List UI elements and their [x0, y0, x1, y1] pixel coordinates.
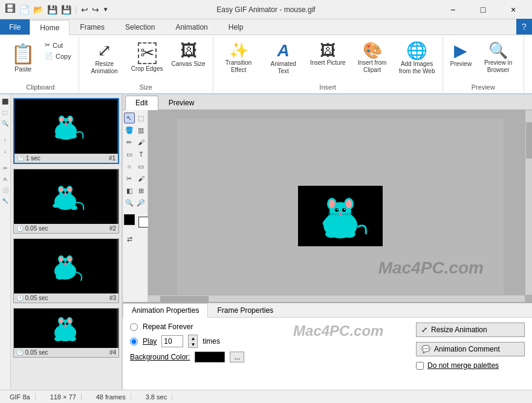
canvas-size-button[interactable]: 🖼 Canvas Size	[168, 40, 209, 70]
eraser-tool[interactable]: ▭	[136, 161, 147, 172]
clone-tool[interactable]: ✂	[124, 173, 135, 184]
animation-comment-icon: 💬	[421, 345, 430, 353]
toolbar-icon-7[interactable]: 🔧	[1, 196, 10, 206]
insert-clipart-button[interactable]: 🎨 Insert from Clipart	[351, 40, 394, 76]
copy-button[interactable]: 📄 Copy	[41, 51, 75, 61]
horizontal-scrollbar[interactable]	[148, 295, 525, 302]
properties-panel: Animation Properties Frame Properties Re…	[123, 302, 532, 390]
toolbar-icon-6[interactable]: ⬜	[1, 185, 10, 195]
tab-edit[interactable]: Edit	[125, 96, 158, 110]
zoom-in-tool[interactable]: 🔍	[124, 197, 135, 208]
svg-point-17	[62, 191, 65, 194]
play-times-input[interactable]	[161, 335, 183, 347]
ribbon-insert-section: ✨ Transition Effect A Animated Text 🖼 In…	[213, 36, 443, 93]
spinner-down[interactable]: ▼	[189, 341, 197, 347]
paste-button[interactable]: 📋 Paste	[6, 40, 40, 75]
new-icon[interactable]: 📄	[19, 5, 30, 15]
repeat-forever-radio[interactable]	[130, 323, 138, 331]
swap-colors[interactable]: ⇄	[124, 234, 146, 244]
canvas-viewport[interactable]: Mac4PC.com	[148, 110, 532, 302]
preview-browser-button[interactable]: 🔍 Preview in Browser	[476, 40, 520, 76]
frame-item-3[interactable]: 🕐 0.05 sec #3	[13, 238, 119, 303]
tab-home[interactable]: Home	[30, 20, 70, 35]
preview-button[interactable]: ▶ Preview	[447, 40, 476, 70]
tab-frames[interactable]: Frames	[70, 19, 115, 34]
fill-tool[interactable]: 🪣	[124, 125, 135, 136]
animated-text-button[interactable]: A Animated Text	[262, 40, 305, 77]
resize-animation-button[interactable]: ⤢ Resize Animation	[83, 40, 126, 77]
marquee-tool[interactable]: ⬚	[136, 113, 147, 123]
toolbar-icon-4[interactable]: ✂	[1, 163, 10, 173]
crop-edges-button[interactable]: ✂ Crop Edges	[128, 40, 167, 75]
add-images-web-button[interactable]: 🌐 Add Images from the Web	[395, 40, 439, 77]
play-times-spinner: ▲ ▼	[188, 335, 198, 348]
status-time: 3.8 sec	[141, 393, 172, 401]
do-not-merge-row: Do not merge palettes	[416, 361, 525, 370]
brush-tool[interactable]: 🖌	[136, 137, 147, 148]
frame-item-4[interactable]: 🕐 0.05 sec #4	[13, 308, 119, 358]
tab-preview[interactable]: Preview	[158, 96, 205, 110]
ribbon-tabs: File Home Frames Selection Animation Hel…	[0, 19, 532, 35]
transition-button[interactable]: ✨ Transition Effect	[217, 40, 261, 76]
toolbar-down-icon[interactable]: ↓	[1, 146, 10, 156]
vertical-scrollbar[interactable]	[525, 110, 532, 295]
frame-2-number: #2	[109, 225, 116, 232]
prop-content: Repeat Forever Play ▲ ▼ times Background	[123, 318, 532, 390]
save-icon[interactable]: 💾	[47, 5, 57, 15]
frame-item-2[interactable]: 🕐 0.05 sec #2	[13, 169, 119, 234]
toolbar-icon-2[interactable]: ⬚	[1, 108, 10, 117]
foreground-color[interactable]	[124, 214, 135, 225]
transition-label: Transition Effect	[221, 59, 257, 74]
dropdown-icon[interactable]: ▼	[103, 6, 109, 13]
redo-icon[interactable]: ↪	[92, 5, 99, 15]
insert-label: Insert	[217, 82, 439, 93]
toolbar-icon-1[interactable]: ⬛	[1, 97, 10, 106]
recolor-tool[interactable]: 🖌	[136, 173, 147, 184]
undo-icon[interactable]: ↩	[81, 5, 88, 15]
bg-color-swatch[interactable]	[195, 352, 225, 362]
pencil-tool[interactable]: ✏	[124, 137, 135, 148]
tab-animation[interactable]: Animation	[165, 19, 218, 34]
zoom-out-tool[interactable]: 🔎	[136, 197, 147, 208]
rect-tool[interactable]: ▭	[124, 149, 135, 160]
swap-colors-btn[interactable]: ⇄	[124, 234, 135, 244]
stamp-tool[interactable]: ◧	[124, 185, 135, 196]
pattern-tool[interactable]: ⊞	[136, 185, 147, 196]
toolbar-up-icon[interactable]: ↑	[1, 136, 10, 145]
toolbar-icon-5[interactable]: A	[1, 174, 10, 184]
background-color[interactable]	[138, 217, 149, 228]
frame-item-1[interactable]: 🕐 1 sec #1	[13, 98, 119, 164]
play-radio[interactable]	[130, 338, 138, 346]
svg-point-39	[62, 323, 65, 325]
toolbar-icon-3[interactable]: 🔍	[1, 119, 10, 128]
paste-label: Paste	[15, 65, 31, 73]
frame-panel: 🕐 1 sec #1	[11, 94, 123, 390]
tab-help[interactable]: Help	[218, 19, 254, 34]
tab-frame-props[interactable]: Frame Properties	[208, 303, 282, 317]
bg-color-more-btn[interactable]: ...	[230, 352, 244, 362]
close-button[interactable]: ×	[499, 0, 527, 19]
animation-comment-button[interactable]: 💬 Animation Comment	[416, 342, 525, 356]
open-icon[interactable]: 📂	[33, 5, 44, 15]
left-toolbar: ⬛ ⬚ 🔍 ↑ ↓ ✂ A ⬜ 🔧	[0, 94, 11, 390]
select-tool[interactable]: ↖	[124, 113, 135, 123]
minimize-button[interactable]: −	[439, 0, 467, 19]
tab-selection[interactable]: Selection	[115, 19, 165, 34]
create-video-button[interactable]: 🎬 Create from Video	[528, 40, 532, 76]
help-icon[interactable]: ?	[516, 19, 532, 34]
title-bar: 🎞 📄 📂 💾 💾 | ↩ ↪ ▼ Easy GIF Animator - mo…	[0, 0, 532, 19]
frame-3-footer: 🕐 0.05 sec #3	[14, 293, 118, 303]
color-pick-tool[interactable]: ▥	[136, 125, 147, 136]
tab-animation-props[interactable]: Animation Properties	[123, 303, 208, 318]
save2-icon[interactable]: 💾	[61, 5, 71, 15]
cut-button[interactable]: ✂ Cut	[41, 40, 75, 50]
ellipse-tool[interactable]: ○	[124, 161, 135, 172]
do-not-merge-checkbox[interactable]	[416, 362, 424, 370]
resize-animation-prop-button[interactable]: ⤢ Resize Animation	[416, 323, 525, 337]
spinner-up[interactable]: ▲	[189, 335, 197, 341]
insert-picture-button[interactable]: 🖼 Insert Picture	[307, 40, 349, 69]
tab-file[interactable]: File	[0, 19, 30, 34]
maximize-button[interactable]: □	[469, 0, 497, 19]
text-tool[interactable]: T	[136, 149, 147, 160]
preview-label-section: Preview	[447, 82, 521, 93]
